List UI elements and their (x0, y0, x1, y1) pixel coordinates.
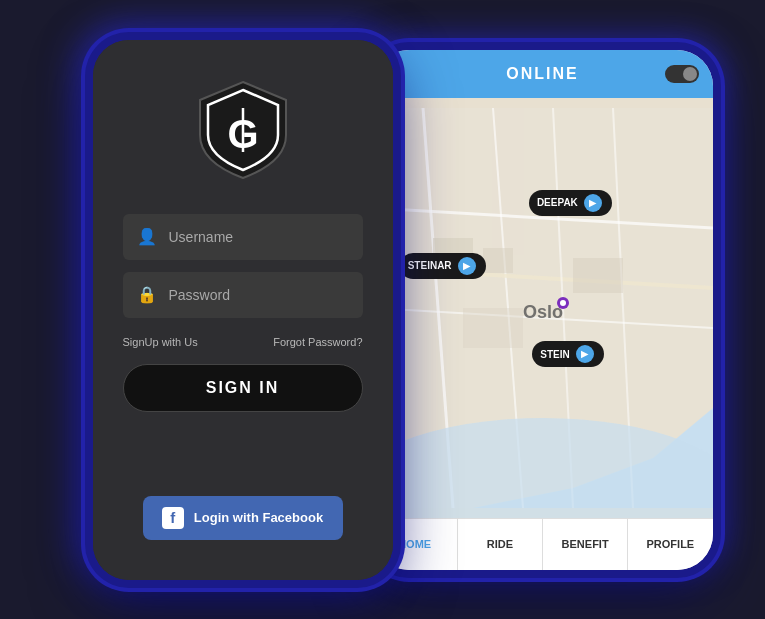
map-svg: Oslo (373, 98, 713, 518)
driver-stein-name: STEIN (540, 349, 569, 360)
map-body: Oslo DEEPAK ▶ STEINAR ▶ (373, 98, 713, 518)
login-content: G 👤 Username 🔒 Password Sig (93, 40, 393, 580)
facebook-login-button[interactable]: f Login with Facebook (143, 496, 343, 540)
map-header: ≡ ONLINE (373, 50, 713, 98)
svg-point-16 (560, 300, 566, 306)
user-icon: 👤 (137, 227, 157, 246)
svg-rect-13 (463, 308, 523, 348)
username-field[interactable]: 👤 Username (123, 214, 363, 260)
password-placeholder: Password (169, 287, 230, 303)
username-placeholder: Username (169, 229, 234, 245)
svg-rect-12 (573, 258, 623, 293)
login-screen: G 👤 Username 🔒 Password Sig (93, 40, 393, 580)
online-toggle[interactable] (665, 65, 699, 83)
svg-text:Oslo: Oslo (522, 302, 562, 322)
svg-rect-11 (483, 248, 513, 273)
signin-button[interactable]: SIGN IN (123, 364, 363, 412)
facebook-icon: f (162, 507, 184, 529)
driver-deepak-arrow[interactable]: ▶ (584, 194, 602, 212)
forgot-link[interactable]: Forgot Password? (273, 336, 362, 348)
driver-steinar-name: STEINAR (408, 260, 452, 271)
links-row: SignUp with Us Forgot Password? (123, 336, 363, 348)
back-phone: ≡ ONLINE Oslo (373, 50, 713, 570)
nav-benefit[interactable]: BENEFIT (543, 519, 628, 570)
driver-stein-arrow[interactable]: ▶ (576, 345, 594, 363)
nav-profile[interactable]: PROFILE (628, 519, 712, 570)
signup-link[interactable]: SignUp with Us (123, 336, 198, 348)
facebook-label: Login with Facebook (194, 510, 323, 525)
lock-icon: 🔒 (137, 285, 157, 304)
password-field[interactable]: 🔒 Password (123, 272, 363, 318)
driver-deepak-name: DEEPAK (537, 197, 578, 208)
logo-area: G (198, 80, 288, 184)
signin-label: SIGN IN (206, 379, 280, 397)
driver-stein[interactable]: STEIN ▶ (532, 341, 603, 367)
online-title: ONLINE (506, 65, 578, 83)
driver-deepak[interactable]: DEEPAK ▶ (529, 190, 612, 216)
nav-ride[interactable]: RIDE (458, 519, 543, 570)
scene: ≡ ONLINE Oslo (33, 20, 733, 600)
driver-steinar[interactable]: STEINAR ▶ (400, 253, 486, 279)
map-nav: HOME RIDE BENEFIT PROFILE (373, 518, 713, 570)
driver-steinar-arrow[interactable]: ▶ (458, 257, 476, 275)
logo-shield: G (198, 80, 288, 180)
front-phone: G 👤 Username 🔒 Password Sig (93, 40, 393, 580)
